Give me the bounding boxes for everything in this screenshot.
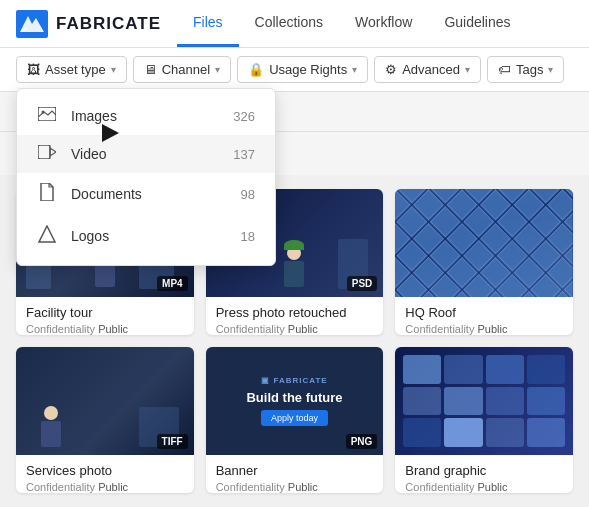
asset-card-services-photo[interactable]: TIFF Services photo Confidentiality Publ…: [16, 347, 194, 493]
asset-type-chevron: ▾: [111, 64, 116, 75]
services-photo-meta: Confidentiality Public: [26, 481, 184, 493]
images-icon: [37, 107, 57, 125]
facility-tour-badge: MP4: [157, 276, 188, 291]
images-label: Images: [71, 108, 117, 124]
filter-bar: 🖼 Asset type ▾ 🖥 Channel ▾ 🔒 Usage Right…: [0, 48, 589, 92]
press-photo-info: Press photo retouched Confidentiality Pu…: [206, 297, 384, 335]
advanced-label: Advanced: [402, 62, 460, 77]
top-nav: FABRICATE Files Collections Workflow Gui…: [0, 0, 589, 48]
video-icon: [37, 145, 57, 163]
cursor-arrow: [102, 124, 119, 142]
images-count: 326: [233, 109, 255, 124]
channel-filter[interactable]: 🖥 Channel ▾: [133, 56, 231, 83]
usage-rights-filter[interactable]: 🔒 Usage Rights ▾: [237, 56, 368, 83]
facility-tour-meta: Confidentiality Public: [26, 323, 184, 335]
facility-tour-info: Facility tour Confidentiality Public: [16, 297, 194, 335]
services-photo-thumb: TIFF: [16, 347, 194, 455]
dropdown-item-video[interactable]: Video 137: [17, 135, 275, 173]
nav-tab-files[interactable]: Files: [177, 0, 239, 47]
hq-roof-meta: Confidentiality Public: [405, 323, 563, 335]
brand-graphic-info: Brand graphic Confidentiality Public: [395, 455, 573, 493]
documents-count: 98: [241, 187, 255, 202]
advanced-filter[interactable]: ⚙ Advanced ▾: [374, 56, 481, 83]
asset-type-label: Asset type: [45, 62, 106, 77]
facility-tour-name: Facility tour: [26, 305, 184, 320]
nav-tab-collections[interactable]: Collections: [239, 0, 339, 47]
advanced-chevron: ▾: [465, 64, 470, 75]
asset-type-dropdown: Images 326 Video 137 Documents 98 Logos …: [16, 88, 276, 266]
services-photo-badge: TIFF: [157, 434, 188, 449]
hq-roof-name: HQ Roof: [405, 305, 563, 320]
asset-card-banner[interactable]: ▣ FABRICATE Build the future Apply today…: [206, 347, 384, 493]
banner-info: Banner Confidentiality Public: [206, 455, 384, 493]
asset-type-filter[interactable]: 🖼 Asset type ▾: [16, 56, 127, 83]
asset-card-brand-graphic[interactable]: Brand graphic Confidentiality Public: [395, 347, 573, 493]
nav-tab-workflow[interactable]: Workflow: [339, 0, 428, 47]
channel-label: Channel: [162, 62, 210, 77]
svg-rect-5: [38, 145, 50, 159]
documents-icon: [37, 183, 57, 205]
logo-icon: [16, 10, 48, 38]
dropdown-item-images[interactable]: Images 326: [17, 97, 275, 135]
usage-rights-icon: 🔒: [248, 62, 264, 77]
channel-chevron: ▾: [215, 64, 220, 75]
documents-label: Documents: [71, 186, 142, 202]
dropdown-item-logos[interactable]: Logos 18: [17, 215, 275, 257]
svg-marker-6: [50, 148, 56, 156]
banner-meta: Confidentiality Public: [216, 481, 374, 493]
logos-count: 18: [241, 229, 255, 244]
asset-type-icon: 🖼: [27, 62, 40, 77]
brand-graphic-meta: Confidentiality Public: [405, 481, 563, 493]
nav-tab-guidelines[interactable]: Guidelines: [428, 0, 526, 47]
usage-rights-chevron: ▾: [352, 64, 357, 75]
brand-graphic-thumb: [395, 347, 573, 455]
brand-graphic-name: Brand graphic: [405, 463, 563, 478]
tags-icon: 🏷: [498, 62, 511, 77]
asset-card-hq-roof[interactable]: HQ Roof Confidentiality Public: [395, 189, 573, 335]
press-photo-name: Press photo retouched: [216, 305, 374, 320]
logo-area: FABRICATE: [16, 10, 161, 38]
banner-badge: PNG: [346, 434, 378, 449]
usage-rights-label: Usage Rights: [269, 62, 347, 77]
tags-filter[interactable]: 🏷 Tags ▾: [487, 56, 564, 83]
nav-tabs: Files Collections Workflow Guidelines: [177, 0, 527, 47]
tags-label: Tags: [516, 62, 543, 77]
advanced-icon: ⚙: [385, 62, 397, 77]
press-photo-badge: PSD: [347, 276, 378, 291]
channel-icon: 🖥: [144, 62, 157, 77]
tags-chevron: ▾: [548, 64, 553, 75]
logo-text: FABRICATE: [56, 14, 161, 34]
dropdown-item-documents[interactable]: Documents 98: [17, 173, 275, 215]
services-photo-info: Services photo Confidentiality Public: [16, 455, 194, 493]
svg-rect-8: [395, 189, 573, 297]
hq-roof-thumb: [395, 189, 573, 297]
press-photo-meta: Confidentiality Public: [216, 323, 374, 335]
banner-name: Banner: [216, 463, 374, 478]
services-photo-name: Services photo: [26, 463, 184, 478]
logos-label: Logos: [71, 228, 109, 244]
video-label: Video: [71, 146, 107, 162]
banner-thumb: ▣ FABRICATE Build the future Apply today…: [206, 347, 384, 455]
logos-icon: [37, 225, 57, 247]
hq-roof-info: HQ Roof Confidentiality Public: [395, 297, 573, 335]
video-count: 137: [233, 147, 255, 162]
